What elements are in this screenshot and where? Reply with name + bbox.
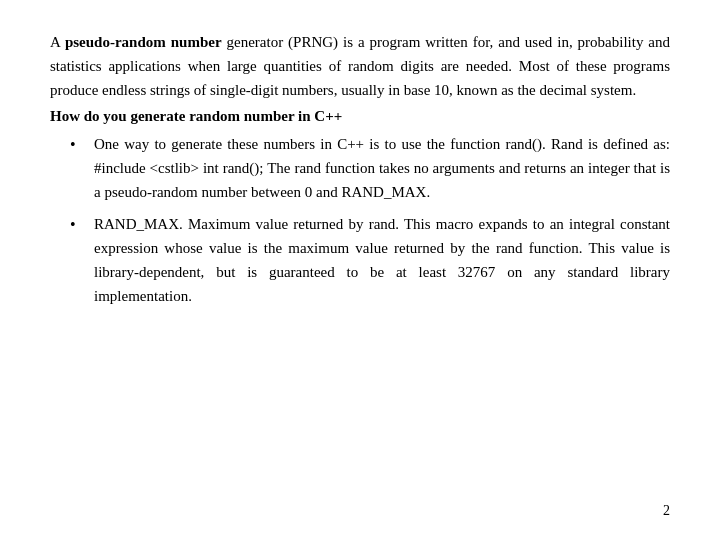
bullet-text-2: RAND_MAX. Maximum value returned by rand… [94,212,670,308]
bullet-item-2: • RAND_MAX. Maximum value returned by ra… [70,212,670,308]
bullet-item-1: • One way to generate these numbers in C… [70,132,670,204]
text-bold-prng: pseudo-random number [65,34,222,50]
text-intro-start: A [50,34,65,50]
page: A pseudo-random number generator (PRNG) … [0,0,720,540]
bullet-symbol-2: • [70,212,90,238]
paragraph-intro: A pseudo-random number generator (PRNG) … [50,30,670,102]
bullet-symbol-1: • [70,132,90,158]
page-number: 2 [663,500,670,522]
section-heading: How do you generate random number in C++ [50,104,670,128]
bullet-text-1: One way to generate these numbers in C++… [94,132,670,204]
bullet-list: • One way to generate these numbers in C… [70,132,670,308]
